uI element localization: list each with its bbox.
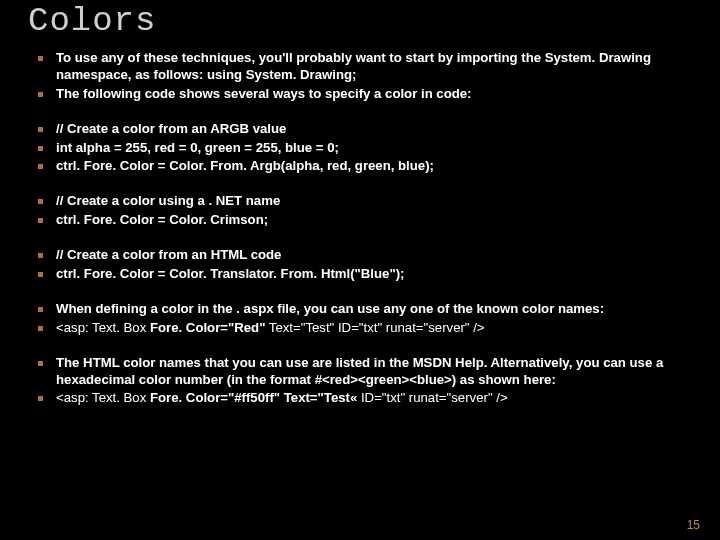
bullet-item: When defining a color in the . aspx file… [28, 301, 692, 318]
bullet-item: ctrl. Fore. Color = Color. Translator. F… [28, 266, 692, 283]
bullet-item: // Create a color from an ARGB value [28, 121, 692, 138]
code-bold: Fore. Color="Red" [150, 320, 265, 335]
bullet-item: <asp: Text. Box Fore. Color="Red" Text="… [28, 320, 692, 337]
bullet-item: // Create a color using a . NET name [28, 193, 692, 210]
bullet-item: // Create a color from an HTML code [28, 247, 692, 264]
bullet-item: <asp: Text. Box Fore. Color="#ff50ff" Te… [28, 390, 692, 407]
bullet-item: ctrl. Fore. Color = Color. Crimson; [28, 212, 692, 229]
bullet-item: To use any of these techniques, you'll p… [28, 50, 692, 84]
bullet-item: ctrl. Fore. Color = Color. From. Argb(al… [28, 158, 692, 175]
bullet-item: The following code shows several ways to… [28, 86, 692, 103]
bullet-item: int alpha = 255, red = 0, green = 255, b… [28, 140, 692, 157]
code-text: ID="txt" runat="server" /> [357, 390, 507, 405]
bullet-list: When defining a color in the . aspx file… [28, 301, 692, 337]
slide: Colors To use any of these techniques, y… [0, 2, 720, 540]
slide-title: Colors [28, 2, 692, 40]
page-number: 15 [687, 518, 700, 532]
bullet-list: // Create a color using a . NET name ctr… [28, 193, 692, 229]
bullet-list: // Create a color from an ARGB value int… [28, 121, 692, 176]
bullet-list: To use any of these techniques, you'll p… [28, 50, 692, 103]
code-text: Text="Test" ID="txt" runat="server" /> [265, 320, 484, 335]
code-bold: Fore. Color="#ff50ff" Text="Test« [150, 390, 357, 405]
bullet-item: The HTML color names that you can use ar… [28, 355, 692, 389]
bullet-list: // Create a color from an HTML code ctrl… [28, 247, 692, 283]
code-text: <asp: Text. Box [56, 320, 150, 335]
bullet-list: The HTML color names that you can use ar… [28, 355, 692, 408]
code-text: <asp: Text. Box [56, 390, 150, 405]
